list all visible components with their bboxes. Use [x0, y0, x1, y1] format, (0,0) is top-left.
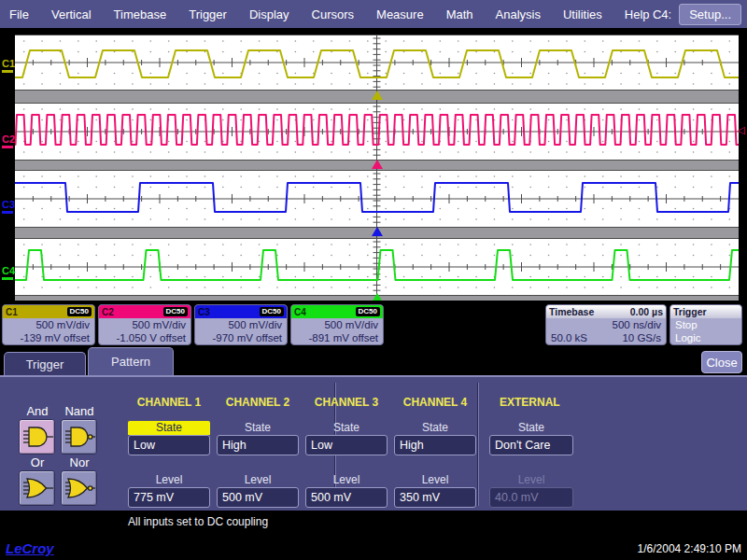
waveform-strip-c4 [15, 238, 739, 296]
gate-button-or[interactable] [19, 470, 55, 506]
timebase-title: Timebase [549, 306, 594, 317]
descriptor-box-c2[interactable]: C2DC50500 mV/div-1.050 V offset [98, 304, 191, 345]
gate-label-or: Or [19, 455, 56, 469]
descriptor-box-c1[interactable]: C1DC50500 mV/div-139 mV offset [2, 304, 95, 345]
channel-2-state-label: State [217, 421, 299, 435]
menu-item-trigger[interactable]: Trigger [189, 7, 227, 21]
setup-button[interactable]: Setup... [679, 4, 741, 25]
trigger-dialog: Trigger Pattern Close AndNandOrNor CHANN… [0, 347, 747, 537]
status-bar: LeCroy 1/6/2004 2:49:10 PM [0, 537, 747, 560]
channel-4-header: CHANNEL 4 [394, 396, 476, 409]
channel-3-level-field[interactable]: 500 mV [305, 487, 388, 508]
waveform-strip-c2 [15, 103, 739, 161]
channel-label-c2: C2 [2, 133, 15, 145]
menu-item-analysis[interactable]: Analysis [496, 7, 541, 21]
tab-trigger[interactable]: Trigger [4, 352, 86, 375]
descriptor-box-c3[interactable]: C3DC50500 mV/div-970 mV offset [194, 304, 288, 345]
waveform-strip-c1 [15, 35, 739, 91]
ground-marker-c1 [2, 70, 13, 73]
descriptor-box-c4[interactable]: C4DC50500 mV/div-891 mV offset [290, 304, 384, 345]
coupling-note: All inputs set to DC coupling [128, 515, 268, 528]
trigger-descriptor-box[interactable]: Trigger Stop Logic [669, 304, 742, 345]
channel-1-state-field[interactable]: Low [128, 435, 210, 455]
external-state-field[interactable]: Don't Care [489, 435, 573, 455]
menu-item-cursors[interactable]: Cursors [312, 7, 355, 21]
menu-item-help[interactable]: Help [625, 7, 650, 21]
descriptor-offset: -139 mV offset [3, 331, 94, 344]
nor-gate-icon [63, 477, 95, 499]
channel-2-header: CHANNEL 2 [217, 396, 299, 409]
trigger-level-marker[interactable]: ◁ [737, 125, 744, 135]
descriptor-row: Timebase 0.00 µs 500 ns/div 50.0 kS 10 G… [0, 303, 747, 347]
close-button[interactable]: Close [701, 351, 742, 373]
ground-marker-c4 [2, 277, 13, 280]
descriptor-offset: -1.050 V offset [99, 331, 190, 344]
timebase-scale: 500 ns/div [613, 318, 661, 331]
gate-button-nor[interactable] [61, 470, 97, 506]
channel-1-level-label: Level [128, 473, 210, 487]
trigger-time-marker-c4[interactable] [372, 293, 383, 301]
nand-gate-icon [63, 426, 95, 448]
menu-item-timebase[interactable]: Timebase [114, 7, 167, 21]
descriptor-offset: -970 mV offset [195, 331, 287, 344]
descriptor-scale: 500 mV/div [195, 318, 287, 331]
divider [477, 383, 479, 506]
menu-item-display[interactable]: Display [249, 7, 289, 21]
menu-item-file[interactable]: File [9, 7, 29, 21]
pattern-panel: AndNandOrNor CHANNEL 1StateLowLevel775 m… [0, 375, 747, 511]
coupling-badge: DC50 [163, 307, 188, 316]
channel-label-c1: C1 [2, 58, 15, 69]
channel-2-state-field[interactable]: High [217, 435, 299, 455]
datetime: 1/6/2004 2:49:10 PM [638, 542, 741, 555]
channel-3-state-label: State [305, 421, 388, 435]
gate-button-nand[interactable] [61, 419, 97, 455]
coupling-badge: DC50 [67, 307, 92, 316]
descriptor-scale: 500 mV/div [3, 318, 94, 331]
trigger-time-marker-c1[interactable] [372, 91, 383, 100]
timebase-position: 0.00 µs [630, 306, 663, 317]
descriptor-scale: 500 mV/div [99, 318, 190, 331]
gate-button-and[interactable] [19, 419, 55, 455]
tab-pattern[interactable]: Pattern [88, 347, 174, 375]
timebase-descriptor-box[interactable]: Timebase 0.00 µs 500 ns/div 50.0 kS 10 G… [545, 304, 667, 345]
trigger-title: Trigger [673, 306, 707, 317]
graticule-area [15, 35, 739, 301]
trigger-time-marker-c3[interactable] [372, 227, 383, 236]
channel-2-level-field[interactable]: 500 mV [217, 487, 299, 508]
lecroy-logo: LeCroy [6, 540, 54, 556]
menu-item-utilities[interactable]: Utilities [563, 7, 602, 21]
channel-3-state-field[interactable]: Low [305, 435, 388, 455]
channel-4-state-label: State [394, 421, 476, 435]
channel-1-header: CHANNEL 1 [128, 396, 210, 409]
menu-item-measure[interactable]: Measure [376, 7, 424, 21]
ground-marker-c3 [2, 211, 13, 214]
descriptor-channel-name: C3 [198, 307, 210, 317]
channel-1-level-field[interactable]: 775 mV [128, 487, 210, 508]
trigger-type: Logic [675, 331, 701, 344]
waveform-strip-c3 [15, 170, 739, 228]
gate-label-and: And [19, 404, 56, 418]
channel-2-level-label: Level [217, 473, 299, 487]
descriptor-channel-name: C1 [6, 307, 18, 317]
and-gate-icon [21, 426, 53, 448]
external-level-field: 40.0 mV [489, 487, 573, 508]
menu-item-vertical[interactable]: Vertical [51, 7, 92, 21]
channel-label-c4: C4 [2, 265, 15, 276]
channel-4-state-field[interactable]: High [394, 435, 476, 455]
trigger-time-marker-c2[interactable] [372, 160, 383, 169]
timebase-samples: 50.0 kS [551, 331, 587, 344]
menu-item-math[interactable]: Math [446, 7, 473, 21]
waveform-display: ◁ C1C2C3C4 [0, 28, 747, 303]
channel-4-level-label: Level [394, 473, 476, 487]
menu-bar: FileVerticalTimebaseTriggerDisplayCursor… [0, 0, 747, 28]
gate-label-nand: Nand [61, 404, 98, 418]
channel-4-level-field[interactable]: 350 mV [394, 487, 476, 508]
active-channel-label: C4: [653, 7, 671, 21]
external-level-label: Level [489, 473, 573, 487]
trigger-mode: Stop [675, 318, 698, 331]
channel-3-header: CHANNEL 3 [305, 396, 388, 409]
ground-marker-c2 [2, 146, 13, 148]
channel-3-level-label: Level [305, 473, 388, 487]
coupling-badge: DC50 [260, 307, 284, 316]
external-header: EXTERNAL [489, 396, 573, 409]
